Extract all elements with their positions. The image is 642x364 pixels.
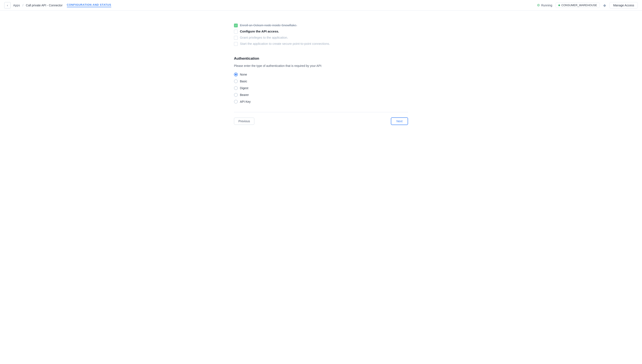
header: ‹ Apps / Call private API - Connector CO… (0, 0, 642, 10)
step-label-1: Enroll an Ockam node inside Snowflake. (240, 23, 297, 27)
radio-bearer[interactable]: Bearer (234, 93, 408, 97)
section-divider (234, 112, 408, 112)
radio-circle-api-key (234, 100, 238, 104)
step-label-4: Start the application to create secure p… (240, 42, 330, 46)
nav-separator: / (22, 4, 23, 7)
main-content: ✓ Enroll an Ockam node inside Snowflake.… (226, 10, 416, 134)
step-checkbox-3 (234, 36, 238, 40)
running-status: ⚙ Running (537, 3, 552, 7)
radio-none[interactable]: None (234, 72, 408, 76)
running-icon: ⚙ (537, 3, 540, 7)
radio-digest[interactable]: Digest (234, 86, 408, 90)
auth-title: Authentication (234, 56, 408, 61)
step-checkbox-4 (234, 42, 238, 46)
back-button[interactable]: ‹ (4, 2, 10, 8)
radio-label-basic: Basic (240, 80, 247, 83)
warehouse-label: CONSUMER_WAREHOUSE (561, 4, 597, 7)
nav-apps-link[interactable]: Apps (13, 4, 20, 7)
shield-icon: ◆ (603, 3, 606, 8)
authentication-section: Authentication Please enter the type of … (234, 54, 408, 104)
step-checkbox-2 (234, 30, 238, 34)
warehouse-badge[interactable]: CONSUMER_WAREHOUSE (556, 2, 600, 8)
step-item-1: ✓ Enroll an Ockam node inside Snowflake. (234, 23, 408, 28)
radio-label-none: None (240, 73, 247, 76)
radio-circle-none (234, 72, 238, 76)
step-label-2: Configure the API access. (240, 30, 279, 33)
radio-circle-basic (234, 80, 238, 83)
radio-api-key[interactable]: API Key (234, 100, 408, 104)
auth-radio-group: None Basic Digest Bearer API Key (234, 72, 408, 104)
warehouse-dot-icon (558, 4, 560, 6)
previous-button[interactable]: Previous (234, 118, 254, 125)
step-item-3: Grant privileges to the application. (234, 36, 408, 40)
radio-label-digest: Digest (240, 86, 248, 90)
nav-current-page: Call private API - Connector (26, 4, 63, 7)
next-button[interactable]: Next (391, 117, 408, 125)
radio-label-bearer: Bearer (240, 93, 249, 96)
step-item-4: Start the application to create secure p… (234, 42, 408, 46)
step-label-3: Grant privileges to the application. (240, 36, 288, 39)
radio-label-api-key: API Key (240, 100, 251, 103)
tab-configuration-status[interactable]: CONFIGURATION AND STATUS (67, 3, 111, 7)
header-right: ⚙ Running CONSUMER_WAREHOUSE ◆ Manage Ac… (537, 2, 638, 8)
auth-description: Please enter the type of authentication … (234, 64, 408, 68)
step-item-2: Configure the API access. (234, 30, 408, 34)
radio-basic[interactable]: Basic (234, 80, 408, 83)
steps-section: ✓ Enroll an Ockam node inside Snowflake.… (234, 23, 408, 46)
radio-circle-digest (234, 86, 238, 90)
radio-circle-bearer (234, 93, 238, 97)
step-checkbox-1: ✓ (234, 24, 238, 28)
running-label: Running (541, 4, 552, 7)
manage-access-button[interactable]: Manage Access (610, 2, 638, 8)
footer-buttons: Previous Next (234, 117, 408, 125)
